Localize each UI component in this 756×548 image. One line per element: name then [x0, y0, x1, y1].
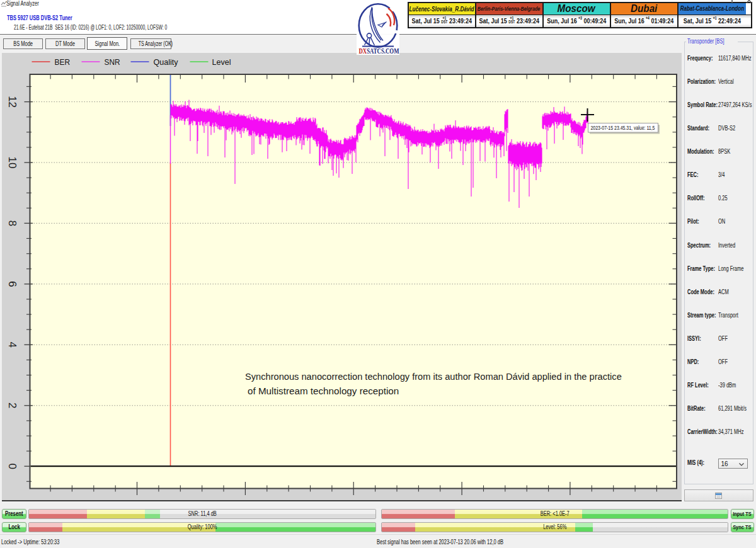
svg-text:0: 0: [6, 463, 18, 469]
svg-text:6: 6: [6, 281, 18, 287]
svg-text:8: 8: [6, 220, 18, 226]
svg-text:SNR: SNR: [105, 57, 120, 67]
svg-text:2: 2: [6, 402, 18, 408]
svg-text:DXSATCS.COM: DXSATCS.COM: [359, 46, 399, 55]
svg-text:12: 12: [6, 96, 18, 108]
svg-text:4: 4: [6, 342, 18, 348]
svg-text:2023-07-15 23.45.31, value: 11: 2023-07-15 23.45.31, value: 11,5: [591, 124, 655, 131]
svg-text:Quality: Quality: [154, 57, 178, 67]
svg-text:10: 10: [6, 157, 18, 169]
svg-text:BER: BER: [55, 57, 71, 67]
svg-text:Level: Level: [212, 57, 231, 67]
